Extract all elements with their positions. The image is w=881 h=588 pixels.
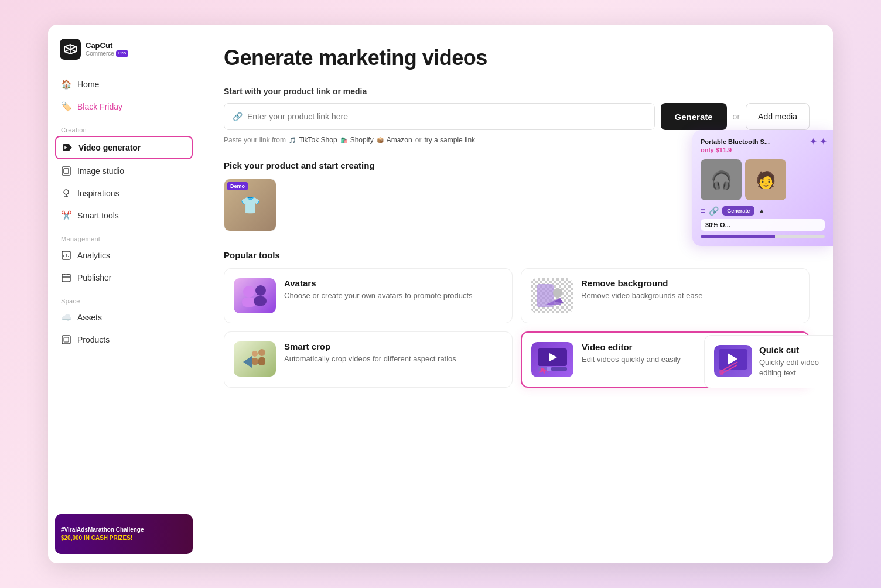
product-link-row: 🔗 Generate or Add media xyxy=(224,103,810,130)
tool-name: Avatars xyxy=(284,278,473,288)
tool-info-video-editor: Video editor Edit videos quickly and eas… xyxy=(582,342,681,365)
logo-text: CapCut Commerce Pro xyxy=(86,42,128,56)
sparkles-icon: ✦ ✦ xyxy=(810,136,827,147)
tool-desc: Remove video backgrounds at ease xyxy=(581,290,702,301)
preview-image-row: 🎧 🧑 xyxy=(701,159,825,200)
preview-generate-mini[interactable]: Generate xyxy=(722,206,754,216)
svg-rect-31 xyxy=(258,357,265,365)
quick-cut-icon xyxy=(717,347,749,375)
sidebar-item-black-friday[interactable]: 🏷️ Black Friday xyxy=(55,96,193,117)
svg-point-28 xyxy=(553,288,562,298)
sidebar-item-publisher[interactable]: Publisher xyxy=(55,267,193,288)
avatars-icon xyxy=(237,281,272,310)
promo-text: #ViralAdsMarathon Challenge $20,000 IN C… xyxy=(61,526,144,542)
sidebar-item-label: Inspirations xyxy=(77,189,119,198)
tool-desc-quick-cut: Quickly edit video editing text xyxy=(759,357,824,378)
right-preview-card: ✦ ✦ Portable Bluetooth S... only $11.9 🎧… xyxy=(692,130,833,246)
product-card-shirt[interactable]: 👕 Demo xyxy=(224,179,276,231)
svg-marker-5 xyxy=(70,146,72,149)
link-icon: 🔗 xyxy=(233,112,243,121)
logo-brand: CapCut xyxy=(86,42,128,50)
tool-name: Video editor xyxy=(582,342,681,352)
tool-card-remove-background[interactable]: Remove background Remove video backgroun… xyxy=(521,268,810,323)
tool-name: Remove background xyxy=(581,278,702,288)
analytics-icon xyxy=(61,250,71,261)
remove-bg-icon-wrap xyxy=(531,278,573,313)
video-editor-icon-wrap xyxy=(531,342,573,377)
svg-rect-9 xyxy=(64,169,69,173)
image-studio-icon xyxy=(61,166,71,176)
video-editor-icon xyxy=(535,345,570,374)
sidebar-item-analytics[interactable]: Analytics xyxy=(55,245,193,266)
preview-link-icon: 🔗 xyxy=(709,206,719,216)
tool-card-smart-crop[interactable]: Smart crop Automatically crop videos for… xyxy=(224,331,513,388)
svg-rect-22 xyxy=(64,337,69,342)
black-friday-icon: 🏷️ xyxy=(61,101,71,112)
tool-info-smart-crop: Smart crop Automatically crop videos for… xyxy=(284,341,456,364)
preview-product-name: Portable Bluetooth S... xyxy=(701,138,825,145)
generate-button[interactable]: Generate xyxy=(661,103,727,130)
sidebar-item-image-studio[interactable]: Image studio xyxy=(55,160,193,182)
or-text: or xyxy=(733,112,740,121)
tool-desc: Automatically crop videos for different … xyxy=(284,354,456,364)
preview-progress-bar xyxy=(701,235,825,238)
products-icon xyxy=(61,334,71,345)
section-label-creation: Creation xyxy=(55,118,193,136)
promo-banner-area: #ViralAdsMarathon Challenge $20,000 IN C… xyxy=(48,507,200,554)
shopify-icon: 🛍️ xyxy=(340,137,347,143)
tiktok-shop-link[interactable]: TikTok Shop xyxy=(299,136,337,144)
tool-card-avatars[interactable]: Avatars Choose or create your own avatar… xyxy=(224,268,513,323)
sidebar-item-inspirations[interactable]: Inspirations xyxy=(55,183,193,204)
sidebar-item-smart-tools[interactable]: ✂️ Smart tools xyxy=(55,205,193,226)
preview-ui-row: ≡ 🔗 Generate ▲ xyxy=(701,206,825,216)
amazon-link[interactable]: Amazon xyxy=(387,136,412,144)
assets-icon: ☁️ xyxy=(61,312,71,323)
amazon-icon: 📦 xyxy=(377,137,384,143)
tool-card-quick-cut[interactable]: Quick cut Quickly edit video editing tex… xyxy=(704,335,833,388)
app-container: CapCut Commerce Pro 🏠 Home 🏷️ Black Frid… xyxy=(48,25,833,563)
shopify-link[interactable]: Shopify xyxy=(350,136,374,144)
sidebar-item-assets[interactable]: ☁️ Assets xyxy=(55,307,193,328)
publisher-icon xyxy=(61,272,71,283)
preview-cursor-icon: ▲ xyxy=(758,207,765,215)
sidebar-item-label: Products xyxy=(77,335,110,344)
pro-badge: Pro xyxy=(116,50,128,57)
add-media-button[interactable]: Add media xyxy=(746,103,810,130)
smart-tools-icon: ✂️ xyxy=(61,210,71,221)
svg-point-10 xyxy=(64,190,69,194)
svg-rect-21 xyxy=(62,336,70,344)
product-link-field[interactable] xyxy=(247,112,646,121)
sidebar-item-products[interactable]: Products xyxy=(55,329,193,350)
tool-desc: Edit videos quickly and easily xyxy=(582,354,681,365)
sidebar-item-label: Analytics xyxy=(77,251,110,260)
product-link-input-wrapper[interactable]: 🔗 xyxy=(224,103,655,130)
smart-crop-icon-wrap xyxy=(234,341,276,377)
tiktok-icon: 🎵 xyxy=(289,137,296,143)
sidebar-item-video-generator[interactable]: Video generator xyxy=(55,136,193,159)
sidebar-item-label: Publisher xyxy=(77,273,111,282)
main-content: Generate marketing videos Start with you… xyxy=(200,25,833,563)
popular-tools-title: Popular tools xyxy=(224,250,810,260)
tool-name-quick-cut: Quick cut xyxy=(759,345,824,355)
promo-banner[interactable]: #ViralAdsMarathon Challenge $20,000 IN C… xyxy=(55,514,193,554)
quick-cut-icon-wrap xyxy=(714,345,752,377)
svg-point-23 xyxy=(243,286,255,298)
preview-discount-badge: 30% O... xyxy=(701,219,825,231)
sidebar-item-home[interactable]: 🏠 Home xyxy=(55,74,193,95)
video-generator-icon xyxy=(62,142,73,153)
svg-point-30 xyxy=(258,349,265,356)
preview-menu-icon: ≡ xyxy=(701,206,705,216)
sidebar: CapCut Commerce Pro 🏠 Home 🏷️ Black Frid… xyxy=(48,25,200,563)
sample-link[interactable]: try a sample link xyxy=(424,136,475,144)
capcut-logo-icon xyxy=(60,39,81,60)
sidebar-item-label: Smart tools xyxy=(77,211,119,220)
smart-crop-icon xyxy=(237,344,272,374)
svg-rect-17 xyxy=(62,274,70,282)
preview-price: only $11.9 xyxy=(701,146,825,153)
sidebar-item-label: Video generator xyxy=(78,143,141,152)
sidebar-item-label: Black Friday xyxy=(77,102,122,111)
logo: CapCut Commerce Pro xyxy=(48,39,200,74)
sidebar-nav: 🏠 Home 🏷️ Black Friday Creation Video ge… xyxy=(48,74,200,507)
tool-info-avatars: Avatars Choose or create your own avatar… xyxy=(284,278,473,301)
tool-desc: Choose or create your own avatars to pro… xyxy=(284,290,473,301)
